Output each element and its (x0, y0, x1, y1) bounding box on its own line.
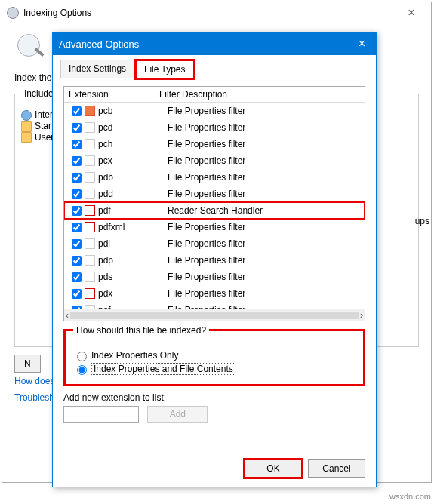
row-desc: File Properties filter (168, 155, 360, 166)
scroll-left-icon[interactable]: ‹ (66, 310, 69, 321)
row-desc: File Properties filter (168, 255, 360, 266)
child-title-bar: Advanced Options × (53, 32, 376, 55)
filetype-icon (85, 255, 95, 266)
row-desc: Reader Search Handler (168, 205, 360, 216)
row-checkbox[interactable] (72, 189, 82, 199)
file-types-list: Extension Filter Description pcbFile Pro… (63, 86, 365, 321)
row-checkbox[interactable] (72, 206, 82, 216)
add-extension-row: Add new extension to list: Add (63, 392, 365, 423)
add-button[interactable]: Add (147, 406, 208, 423)
cancel-button[interactable]: Cancel (308, 459, 365, 478)
table-row[interactable]: pefFile Properties filter (64, 302, 365, 309)
index-mode-group: How should this file be indexed? Index P… (63, 329, 365, 386)
ie-icon (21, 110, 32, 121)
row-ext: pdb (98, 172, 168, 183)
row-ext: pcb (98, 106, 168, 116)
header-description[interactable]: Filter Description (159, 89, 360, 100)
row-desc: File Properties filter (168, 288, 360, 299)
advanced-options-dialog: Advanced Options × Index Settings File T… (52, 32, 377, 487)
row-ext: pdp (98, 255, 168, 266)
filetype-icon (85, 172, 95, 183)
radio-group-label: How should this file be indexed? (73, 325, 209, 336)
radio-input-properties-and-contents[interactable] (77, 365, 87, 375)
child-title: Advanced Options (59, 38, 354, 50)
radio-input-properties-only[interactable] (77, 352, 87, 361)
search-icon (14, 31, 48, 64)
radio-label-properties-and-contents: Index Properties and File Contents (91, 363, 235, 375)
row-desc: File Properties filter (168, 172, 360, 183)
filetype-icon (85, 238, 95, 249)
scroll-track[interactable] (70, 312, 359, 319)
filetype-icon (85, 305, 95, 309)
ok-button[interactable]: OK (245, 459, 302, 478)
radio-properties-and-contents[interactable]: Index Properties and File Contents (73, 363, 356, 375)
filetype-icon (85, 189, 95, 199)
row-desc: File Properties filter (168, 139, 360, 149)
filetype-icon (85, 205, 95, 216)
radio-properties-only[interactable]: Index Properties Only (73, 349, 356, 361)
table-row[interactable]: pdiFile Properties filter (64, 235, 365, 252)
troubleshoot-link[interactable]: Troublesh (14, 392, 54, 403)
row-checkbox[interactable] (72, 223, 82, 232)
row-ext: pdd (98, 189, 168, 199)
table-row[interactable]: pdbFile Properties filter (64, 169, 365, 186)
how-link[interactable]: How does (14, 376, 54, 386)
list-rows[interactable]: pcbFile Properties filterpcdFile Propert… (64, 103, 365, 309)
filetype-icon (85, 222, 95, 232)
dialog-buttons: OK Cancel (53, 450, 376, 487)
scroll-right-icon[interactable]: › (360, 310, 363, 321)
row-checkbox[interactable] (72, 289, 82, 299)
row-checkbox[interactable] (72, 239, 82, 249)
tab-file-types[interactable]: File Types (136, 60, 193, 78)
row-ext: pdf (98, 205, 168, 216)
row-checkbox[interactable] (72, 140, 82, 149)
filetype-icon (85, 106, 95, 116)
table-row[interactable]: pdxFile Properties filter (64, 285, 365, 302)
tab-index-settings[interactable]: Index Settings (60, 60, 134, 78)
folder-icon (21, 121, 32, 132)
horizontal-scrollbar[interactable]: ‹ › (64, 309, 365, 321)
row-ext: pch (98, 139, 168, 149)
filetype-icon (85, 288, 95, 299)
folder-icon (21, 132, 32, 143)
table-row[interactable]: pdfReader Search Handler (64, 202, 365, 219)
close-icon[interactable]: × (396, 6, 426, 20)
row-desc: File Properties filter (168, 122, 360, 133)
radio-label-properties-only: Index Properties Only (91, 350, 178, 361)
magnifier-icon (7, 7, 19, 19)
table-row[interactable]: pddFile Properties filter (64, 186, 365, 202)
table-row[interactable]: pdsFile Properties filter (64, 269, 365, 285)
table-row[interactable]: pcbFile Properties filter (64, 103, 365, 119)
title-bar: Indexing Options × (2, 2, 431, 23)
add-extension-input[interactable] (63, 406, 139, 423)
list-header: Extension Filter Description (64, 87, 365, 103)
row-checkbox[interactable] (72, 173, 82, 183)
header-extension[interactable]: Extension (69, 89, 159, 100)
row-ext: pdfxml (98, 222, 168, 232)
filetype-icon (85, 122, 95, 133)
table-row[interactable]: pcdFile Properties filter (64, 119, 365, 136)
row-checkbox[interactable] (72, 106, 82, 116)
row-desc: File Properties filter (168, 222, 360, 232)
row-checkbox[interactable] (72, 123, 82, 133)
filetype-icon (85, 155, 95, 166)
row-desc: File Properties filter (168, 238, 360, 249)
table-row[interactable]: pcxFile Properties filter (64, 152, 365, 169)
row-ext: pcd (98, 122, 168, 133)
window-title: Indexing Options (23, 8, 396, 18)
table-row[interactable]: pdfxmlFile Properties filter (64, 219, 365, 235)
table-row[interactable]: pchFile Properties filter (64, 136, 365, 152)
truncated-text: ups (415, 216, 429, 226)
row-ext: pdi (98, 238, 168, 249)
close-icon[interactable]: × (354, 37, 370, 51)
modify-button[interactable]: N (14, 355, 41, 373)
row-desc: File Properties filter (168, 106, 360, 116)
row-desc: File Properties filter (168, 189, 360, 199)
row-checkbox[interactable] (72, 156, 82, 166)
row-ext: pds (98, 272, 168, 282)
row-ext: pdx (98, 288, 168, 299)
filetype-icon (85, 272, 95, 282)
table-row[interactable]: pdpFile Properties filter (64, 252, 365, 269)
row-checkbox[interactable] (72, 256, 82, 266)
row-checkbox[interactable] (72, 272, 82, 282)
